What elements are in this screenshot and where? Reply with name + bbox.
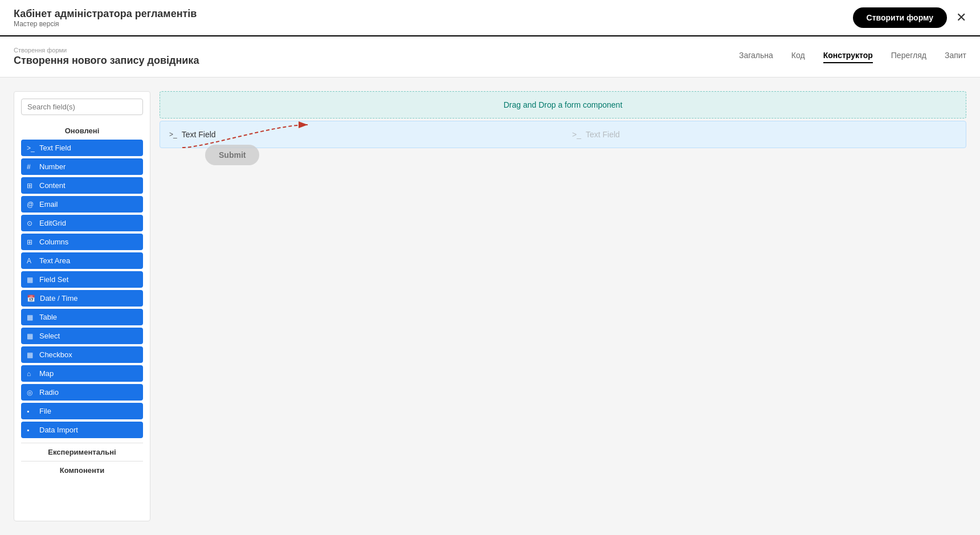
canvas-area: Drag and Drop a form component >_ Text F… [160,91,966,521]
section-components[interactable]: Компоненти [21,461,143,475]
select-icon: ▦ [27,332,35,340]
component-checkbox[interactable]: ▦ Checkbox [21,346,143,363]
component-label: Text Field [39,144,71,152]
canvas-row: >_ Text Field >_ Text Field [160,121,966,148]
component-email[interactable]: @ Email [21,196,143,213]
cell2-icon: >_ [572,130,581,139]
tab-kod[interactable]: Код [791,51,805,63]
radio-icon: ◎ [27,389,35,397]
form-title: Створення нового запису довідника [14,55,199,67]
datetime-icon: 📅 [27,295,35,303]
component-label: Radio [39,388,59,397]
header: Кабінет адміністратора регламентів Масте… [0,0,980,36]
component-textarea[interactable]: A Text Area [21,252,143,269]
create-form-button[interactable]: Створити форму [853,7,947,28]
drop-zone-text: Drag and Drop a form component [504,100,623,109]
app-subtitle: Мастер версія [14,20,197,28]
drop-zone[interactable]: Drag and Drop a form component [160,91,966,119]
component-content[interactable]: ⊞ Content [21,177,143,194]
tab-zapyt[interactable]: Запит [945,51,966,63]
component-dataimport[interactable]: ▪ Data Import [21,422,143,438]
cell2-label: Text Field [586,130,620,139]
component-label: Table [39,313,57,321]
table-icon: ▦ [27,313,35,321]
fieldset-icon: ▦ [27,276,35,284]
tab-konstruktor[interactable]: Конструктор [823,51,873,63]
component-label: Select [39,332,60,340]
map-icon: ⌂ [27,370,35,378]
component-map[interactable]: ⌂ Map [21,365,143,382]
number-icon: # [27,163,35,171]
breadcrumb: Створення форми [14,47,199,54]
section-experimental[interactable]: Експериментальні [21,443,143,456]
tab-perehliad[interactable]: Перегляд [891,51,926,63]
email-icon: @ [27,201,35,209]
component-columns[interactable]: ⊞ Columns [21,234,143,250]
textarea-icon: A [27,257,35,265]
canvas-cell-1: >_ Text Field [160,130,563,139]
dataimport-icon: ▪ [27,426,35,434]
header-right: Створити форму ✕ [853,7,966,28]
component-label: Columns [39,238,68,246]
search-input[interactable] [21,99,143,115]
component-label: Date / Time [40,294,77,303]
component-select[interactable]: ▦ Select [21,328,143,344]
tab-zagalna[interactable]: Загальна [739,51,773,63]
component-label: Checkbox [39,350,72,359]
columns-icon: ⊞ [27,238,35,246]
component-file[interactable]: ▪ File [21,403,143,419]
file-icon: ▪ [27,407,35,415]
sub-header: Створення форми Створення нового запису … [0,36,980,77]
component-table[interactable]: ▦ Table [21,309,143,325]
component-label: Map [39,369,54,378]
component-editgrid[interactable]: ⊙ EditGrid [21,215,143,231]
editgrid-icon: ⊙ [27,219,35,227]
sub-header-left: Створення форми Створення нового запису … [14,47,199,67]
component-label: Text Area [39,256,70,265]
header-left: Кабінет адміністратора регламентів Масте… [14,8,197,28]
content-icon: ⊞ [27,182,35,190]
component-label: Data Import [39,426,78,434]
main-content: Оновлені >_ Text Field # Number ⊞ Conten… [0,77,980,535]
cell1-label: Text Field [182,130,216,139]
canvas-cell-2: >_ Text Field [563,130,966,139]
component-label: File [39,407,51,415]
component-label: Content [39,181,66,190]
component-fieldset[interactable]: ▦ Field Set [21,271,143,288]
close-button[interactable]: ✕ [956,10,966,25]
component-text-field[interactable]: >_ Text Field [21,140,143,156]
component-label: EditGrid [39,219,66,227]
sub-header-nav: Загальна Код Конструктор Перегляд Запит [739,51,966,63]
checkbox-icon: ▦ [27,351,35,359]
component-datetime[interactable]: 📅 Date / Time [21,290,143,307]
component-label: Field Set [39,275,68,284]
component-number[interactable]: # Number [21,158,143,175]
component-label: Number [39,162,66,171]
component-radio[interactable]: ◎ Radio [21,384,143,401]
text-field-icon: >_ [27,144,35,152]
app-title: Кабінет адміністратора регламентів [14,8,197,20]
cell1-icon: >_ [169,130,177,138]
section-updated: Оновлені [21,126,143,135]
component-label: Email [39,200,58,209]
sidebar: Оновлені >_ Text Field # Number ⊞ Conten… [14,91,150,521]
